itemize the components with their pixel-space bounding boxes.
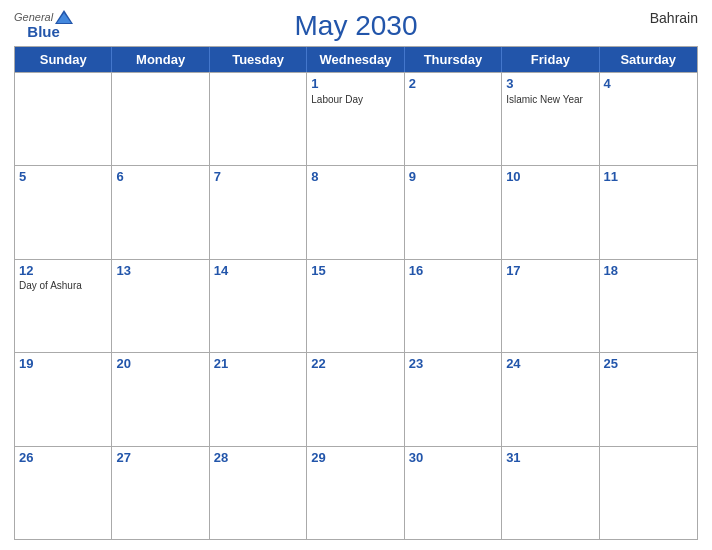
day-number: 6	[116, 169, 204, 185]
day-number: 3	[506, 76, 594, 92]
calendar-cell	[210, 73, 307, 165]
day-number: 31	[506, 450, 594, 466]
country-label: Bahrain	[650, 10, 698, 26]
day-number: 30	[409, 450, 497, 466]
calendar-cell: 5	[15, 166, 112, 258]
calendar-cell: 12Day of Ashura	[15, 260, 112, 352]
calendar-cell	[600, 447, 697, 539]
day-number: 9	[409, 169, 497, 185]
calendar-cell: 6	[112, 166, 209, 258]
day-number: 24	[506, 356, 594, 372]
calendar-cell: 20	[112, 353, 209, 445]
day-number: 10	[506, 169, 594, 185]
calendar-cell: 22	[307, 353, 404, 445]
day-number: 25	[604, 356, 693, 372]
calendar-cell: 27	[112, 447, 209, 539]
day-number: 1	[311, 76, 399, 92]
weekday-header-sunday: Sunday	[15, 47, 112, 72]
day-number: 7	[214, 169, 302, 185]
day-number: 22	[311, 356, 399, 372]
calendar-cell: 15	[307, 260, 404, 352]
day-number: 21	[214, 356, 302, 372]
weekday-header-row: SundayMondayTuesdayWednesdayThursdayFrid…	[15, 47, 697, 72]
day-number: 20	[116, 356, 204, 372]
logo-general-text: General	[14, 11, 53, 23]
calendar-week-1: 1Labour Day23Islamic New Year4	[15, 72, 697, 165]
calendar-cell: 26	[15, 447, 112, 539]
calendar-cell: 21	[210, 353, 307, 445]
weekday-header-tuesday: Tuesday	[210, 47, 307, 72]
calendar-cell: 4	[600, 73, 697, 165]
weekday-header-thursday: Thursday	[405, 47, 502, 72]
day-number: 12	[19, 263, 107, 279]
calendar-cell: 25	[600, 353, 697, 445]
calendar-cell: 3Islamic New Year	[502, 73, 599, 165]
calendar-cell: 2	[405, 73, 502, 165]
calendar-container: General Blue May 2030 Bahrain SundayMond…	[0, 0, 712, 550]
calendar-grid: SundayMondayTuesdayWednesdayThursdayFrid…	[14, 46, 698, 540]
calendar-cell: 10	[502, 166, 599, 258]
day-number: 15	[311, 263, 399, 279]
calendar-cell: 23	[405, 353, 502, 445]
calendar-cell: 14	[210, 260, 307, 352]
calendar-cell: 17	[502, 260, 599, 352]
calendar-week-5: 262728293031	[15, 446, 697, 539]
calendar-cell: 8	[307, 166, 404, 258]
weekday-header-saturday: Saturday	[600, 47, 697, 72]
calendar-cell: 29	[307, 447, 404, 539]
calendar-cell	[112, 73, 209, 165]
calendar-cell: 7	[210, 166, 307, 258]
calendar-cell: 30	[405, 447, 502, 539]
day-number: 16	[409, 263, 497, 279]
day-number: 14	[214, 263, 302, 279]
calendar-cell: 13	[112, 260, 209, 352]
day-number: 18	[604, 263, 693, 279]
weekday-header-wednesday: Wednesday	[307, 47, 404, 72]
calendar-cell: 28	[210, 447, 307, 539]
calendar-week-2: 567891011	[15, 165, 697, 258]
calendar-header: General Blue May 2030 Bahrain	[14, 10, 698, 42]
weekday-header-friday: Friday	[502, 47, 599, 72]
calendar-week-4: 19202122232425	[15, 352, 697, 445]
event-label: Islamic New Year	[506, 93, 594, 106]
day-number: 8	[311, 169, 399, 185]
calendar-cell: 18	[600, 260, 697, 352]
calendar-cell: 16	[405, 260, 502, 352]
day-number: 17	[506, 263, 594, 279]
calendar-cell: 31	[502, 447, 599, 539]
day-number: 5	[19, 169, 107, 185]
day-number: 23	[409, 356, 497, 372]
day-number: 29	[311, 450, 399, 466]
calendar-week-3: 12Day of Ashura131415161718	[15, 259, 697, 352]
calendar-cell: 9	[405, 166, 502, 258]
calendar-cell: 24	[502, 353, 599, 445]
calendar-cell: 11	[600, 166, 697, 258]
calendar-cell: 19	[15, 353, 112, 445]
calendar-body: 1Labour Day23Islamic New Year45678910111…	[15, 72, 697, 539]
event-label: Day of Ashura	[19, 279, 107, 292]
event-label: Labour Day	[311, 93, 399, 106]
day-number: 2	[409, 76, 497, 92]
day-number: 27	[116, 450, 204, 466]
calendar-cell: 1Labour Day	[307, 73, 404, 165]
calendar-cell	[15, 73, 112, 165]
logo-area: General Blue	[14, 10, 73, 41]
day-number: 4	[604, 76, 693, 92]
day-number: 26	[19, 450, 107, 466]
weekday-header-monday: Monday	[112, 47, 209, 72]
day-number: 28	[214, 450, 302, 466]
page-title: May 2030	[295, 10, 418, 42]
day-number: 19	[19, 356, 107, 372]
logo-icon	[55, 10, 73, 24]
day-number: 13	[116, 263, 204, 279]
logo-blue-text: Blue	[27, 24, 60, 41]
day-number: 11	[604, 169, 693, 185]
